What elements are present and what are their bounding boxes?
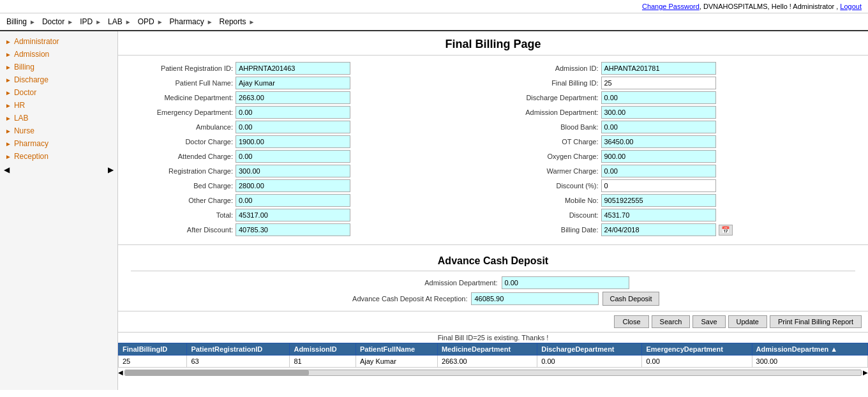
- bullet-icon: ►: [5, 89, 11, 96]
- change-password-link[interactable]: Change Password: [642, 3, 700, 10]
- col-admission-dept: AdmissionDepartmen ▲: [752, 343, 867, 356]
- table-cell: Ajay Kumar: [355, 356, 437, 368]
- total-row: Total:: [131, 209, 490, 221]
- attended-charge-row: Attended Charge:: [131, 150, 490, 163]
- billing-date-row: Billing Date: 📅: [497, 223, 856, 236]
- patient-name-input[interactable]: [236, 77, 350, 89]
- warmer-charge-input[interactable]: [601, 165, 716, 177]
- final-billing-id-input[interactable]: [601, 77, 716, 89]
- oxygen-charge-input[interactable]: [601, 150, 716, 163]
- discount-pct-row: Discount (%):: [497, 179, 856, 192]
- emergency-dept-label: Emergency Department:: [131, 109, 233, 116]
- sidebar-item-lab[interactable]: ► LAB: [0, 112, 117, 124]
- nav-pharmacy[interactable]: Pharmacy ►: [170, 17, 213, 26]
- admission-id-row: Admission ID:: [497, 62, 856, 75]
- total-input[interactable]: [236, 209, 350, 221]
- scroll-left-arrow[interactable]: ◀: [118, 369, 123, 376]
- billing-form: Patient Registration ID: Patient Full Na…: [118, 56, 868, 245]
- mobile-no-input[interactable]: [601, 194, 716, 207]
- attended-charge-input[interactable]: [236, 150, 350, 163]
- registration-charge-row: Registration Charge:: [131, 165, 490, 177]
- ambulance-input[interactable]: [236, 121, 350, 133]
- ot-charge-input[interactable]: [601, 135, 716, 148]
- sidebar-item-hr[interactable]: ► HR: [0, 99, 117, 112]
- admission-id-input[interactable]: [601, 62, 716, 75]
- doctor-charge-input[interactable]: [236, 135, 350, 148]
- billing-date-input[interactable]: [601, 223, 716, 236]
- table-header-row: FinalBillingID PatientRegistrationID Adm…: [119, 343, 868, 356]
- logout-link[interactable]: Logout: [840, 3, 862, 10]
- action-bar: Close Search Save Update Print Final Bil…: [118, 311, 868, 333]
- discount-row: Discount:: [497, 209, 856, 221]
- patient-reg-input[interactable]: [236, 62, 350, 75]
- cash-deposit-button[interactable]: Cash Deposit: [602, 292, 659, 306]
- sidebar-item-discharge[interactable]: ► Discharge: [0, 73, 117, 86]
- deposit-advance-cash-input[interactable]: [471, 292, 599, 305]
- nav-doctor[interactable]: Doctor ►: [42, 17, 73, 26]
- nav-reports[interactable]: Reports ►: [220, 17, 255, 26]
- calendar-icon[interactable]: 📅: [719, 225, 733, 236]
- mobile-no-row: Mobile No:: [497, 194, 856, 207]
- bullet-icon: ►: [5, 128, 11, 135]
- emergency-dept-input[interactable]: [236, 106, 350, 119]
- sidebar-item-billing[interactable]: ► Billing: [0, 61, 117, 73]
- table-cell: 81: [290, 356, 355, 368]
- sidebar-item-pharmacy[interactable]: ► Pharmacy: [0, 137, 117, 150]
- update-button[interactable]: Update: [728, 315, 767, 328]
- discount-label: Discount:: [497, 211, 599, 219]
- nav-doctor-label: Doctor: [42, 17, 64, 26]
- main-layout: ► Administrator ► Admission ► Billing ► …: [0, 31, 868, 390]
- nav-ipd[interactable]: IPD ►: [80, 17, 101, 26]
- after-discount-input[interactable]: [236, 223, 350, 236]
- oxygen-charge-row: Oxygen Charge:: [497, 150, 856, 163]
- sidebar-item-nurse[interactable]: ► Nurse: [0, 124, 117, 137]
- deposit-admission-dept-input[interactable]: [502, 276, 629, 289]
- blood-bank-input[interactable]: [601, 121, 716, 133]
- discount-input[interactable]: [601, 209, 716, 221]
- sidebar-item-administrator[interactable]: ► Administrator: [0, 35, 117, 48]
- content-area: Final Billing Page Patient Registration …: [118, 31, 868, 390]
- sidebar-scroll-left[interactable]: ◀: [4, 165, 10, 174]
- nav-lab-label: LAB: [108, 17, 123, 26]
- admission-dept-input[interactable]: [601, 106, 716, 119]
- medicine-dept-input[interactable]: [236, 91, 350, 104]
- nav-billing[interactable]: Billing ►: [6, 17, 36, 26]
- print-button[interactable]: Print Final Billing Report: [770, 315, 862, 328]
- nav-lab[interactable]: LAB ►: [108, 17, 131, 26]
- h-scrollbar[interactable]: ◀ ▶: [118, 368, 868, 377]
- sidebar-label-hr: HR: [14, 101, 25, 110]
- deposit-admission-dept-label: Admission Department:: [357, 279, 498, 287]
- sidebar-scroll-right[interactable]: ▶: [108, 165, 114, 174]
- search-button[interactable]: Search: [652, 315, 691, 328]
- sidebar-scroll-controls: ◀ ▶: [0, 163, 117, 177]
- save-button[interactable]: Save: [692, 315, 725, 328]
- blood-bank-label: Blood Bank:: [497, 123, 599, 131]
- scroll-right-arrow[interactable]: ▶: [863, 369, 868, 376]
- after-discount-row: After Discount:: [131, 223, 490, 236]
- col-discharge-dept: DischargeDepartment: [537, 343, 642, 356]
- form-grid: Patient Registration ID: Patient Full Na…: [131, 62, 855, 238]
- table-cell: 300.00: [752, 356, 867, 368]
- table-cell: 0.00: [642, 356, 752, 368]
- bed-charge-input[interactable]: [236, 179, 350, 192]
- sidebar-item-doctor[interactable]: ► Doctor: [0, 86, 117, 99]
- nav-doctor-arrow: ►: [67, 19, 73, 26]
- sidebar-item-reception[interactable]: ► Reception: [0, 150, 117, 163]
- close-button[interactable]: Close: [614, 315, 648, 328]
- bullet-icon: ►: [5, 38, 11, 45]
- nav-opd[interactable]: OPD ►: [138, 17, 163, 26]
- nav-lab-arrow: ►: [125, 19, 131, 26]
- other-charge-input[interactable]: [236, 194, 350, 207]
- discount-pct-input[interactable]: [601, 179, 716, 192]
- registration-charge-input[interactable]: [236, 165, 350, 177]
- scroll-track[interactable]: [124, 370, 862, 376]
- sidebar-item-admission[interactable]: ► Admission: [0, 48, 117, 61]
- discharge-dept-input[interactable]: [601, 91, 716, 104]
- top-bar: Change Password, DVNAHOSPITALMS, Hello !…: [0, 0, 868, 13]
- sidebar-label-discharge: Discharge: [14, 75, 49, 84]
- ambulance-row: Ambulance:: [131, 121, 490, 133]
- page-title: Final Billing Page: [118, 31, 868, 56]
- sidebar-label-nurse: Nurse: [14, 126, 34, 135]
- col-patient-reg-id: PatientRegistrationID: [187, 343, 290, 356]
- bed-charge-row: Bed Charge:: [131, 179, 490, 192]
